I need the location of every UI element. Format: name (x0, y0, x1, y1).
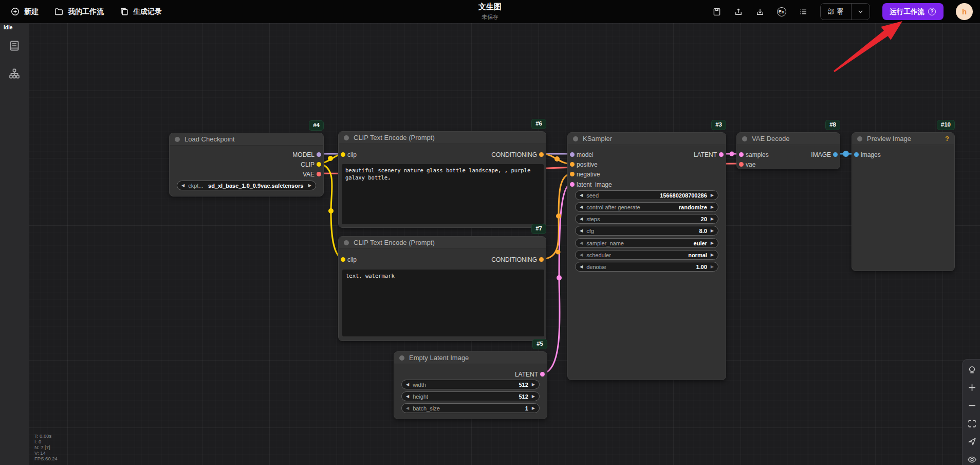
save-icon[interactable] (712, 7, 722, 16)
menu-my-workflows[interactable]: 我的工作流 (54, 7, 104, 16)
lightbulb-icon[interactable] (967, 365, 977, 374)
workflow-tree-icon[interactable] (8, 67, 21, 80)
port-label-images: images (861, 151, 881, 158)
port-latent-dot[interactable] (540, 372, 545, 377)
input-row-latent-image: latent_image (568, 180, 726, 189)
stepper-right-icon[interactable]: ▶ (711, 265, 714, 269)
control-after-generate-widget[interactable]: ◀ control after generate randomize ▶ (575, 202, 718, 212)
collapse-dot-icon[interactable] (344, 135, 349, 140)
collapse-dot-icon[interactable] (573, 136, 578, 141)
port-vae-dot[interactable] (317, 172, 321, 176)
port-model-dot[interactable] (317, 152, 321, 157)
port-negative-dot[interactable] (570, 172, 575, 176)
stepper-right-icon[interactable]: ▶ (711, 229, 714, 233)
stepper-right-icon[interactable]: ▶ (532, 395, 535, 399)
widget-label: width (413, 382, 426, 388)
port-positive-dot[interactable] (570, 162, 575, 167)
collapse-dot-icon[interactable] (344, 240, 349, 245)
node-title-bar[interactable]: CLIP Text Encode (Prompt) (339, 237, 546, 249)
import-icon[interactable] (755, 7, 765, 16)
node-title-bar[interactable]: VAE Decode (737, 133, 840, 145)
stepper-right-icon[interactable]: ▶ (308, 184, 311, 188)
stepper-right-icon[interactable]: ▶ (711, 217, 714, 221)
port-conditioning-dot[interactable] (539, 152, 544, 157)
fit-view-icon[interactable] (967, 419, 977, 428)
stepper-left-icon[interactable]: ◀ (406, 383, 409, 387)
stepper-left-icon[interactable]: ◀ (580, 241, 583, 245)
node-title: Load Checkpoint (184, 135, 235, 143)
node-title-bar[interactable]: Preview Image ? (852, 133, 954, 145)
node-help-icon[interactable]: ? (945, 135, 949, 142)
denoise-widget[interactable]: ◀ denoise 1.00 ▶ (575, 262, 718, 272)
export-icon[interactable] (734, 7, 743, 16)
stepper-left-icon[interactable]: ◀ (580, 205, 583, 209)
seed-widget[interactable]: ◀ seed 156680208700286 ▶ (575, 190, 718, 200)
collapse-dot-icon[interactable] (857, 136, 862, 141)
collapse-dot-icon[interactable] (175, 137, 180, 142)
node-title-bar[interactable]: Empty Latent Image (394, 352, 547, 364)
stepper-left-icon[interactable]: ◀ (406, 406, 409, 410)
node-load-checkpoint[interactable]: #4 Load Checkpoint MODEL CLIP VAE ◀ ckpt… (169, 133, 324, 196)
node-title-bar[interactable]: KSampler (568, 133, 726, 145)
height-widget[interactable]: ◀ height 512 ▶ (401, 391, 540, 401)
batch-size-widget[interactable]: ◀ batch_size 1 ▶ (401, 403, 540, 413)
deploy-dropdown-button[interactable] (852, 4, 870, 20)
stepper-right-icon[interactable]: ▶ (711, 205, 714, 209)
collapse-dot-icon[interactable] (399, 355, 404, 361)
zoom-in-icon[interactable] (967, 383, 977, 392)
user-avatar[interactable]: h (956, 3, 973, 20)
select-cursor-icon[interactable] (967, 437, 977, 446)
node-id-badge: #4 (309, 120, 324, 131)
language-toggle-icon[interactable]: En (777, 7, 786, 16)
menu-new-workflow[interactable]: 新建 (10, 7, 39, 16)
stepper-left-icon[interactable]: ◀ (580, 253, 583, 257)
stepper-left-icon[interactable]: ◀ (580, 265, 583, 269)
node-vae-decode[interactable]: #8 VAE Decode samples vae IMAGE (736, 132, 840, 169)
stepper-right-icon[interactable]: ▶ (532, 406, 535, 410)
eye-icon[interactable] (967, 455, 977, 464)
port-latent-dot[interactable] (719, 152, 724, 157)
port-image-dot[interactable] (833, 152, 838, 157)
queue-list-icon[interactable] (799, 7, 808, 16)
prompt-textarea[interactable]: beautiful scenery nature glass bottle la… (342, 164, 544, 224)
stepper-right-icon[interactable]: ▶ (711, 193, 714, 198)
port-clip-dot[interactable] (317, 162, 321, 167)
node-clip-text-encode-positive[interactable]: #6 CLIP Text Encode (Prompt) clip CONDIT… (338, 131, 546, 228)
widget-value: 512 (430, 382, 528, 388)
stepper-right-icon[interactable]: ▶ (711, 253, 714, 257)
deploy-button[interactable]: 部署 (821, 4, 854, 20)
port-latent-image-dot[interactable] (570, 182, 575, 187)
stepper-right-icon[interactable]: ▶ (532, 383, 535, 387)
widget-label: sampler_name (586, 240, 624, 246)
stepper-left-icon[interactable]: ◀ (406, 395, 409, 399)
stepper-right-icon[interactable]: ▶ (711, 241, 714, 245)
scheduler-widget[interactable]: ◀ scheduler normal ▶ (575, 250, 718, 260)
stepper-left-icon[interactable]: ◀ (181, 184, 184, 188)
node-title-bar[interactable]: CLIP Text Encode (Prompt) (339, 132, 546, 144)
folder-icon (54, 7, 64, 16)
node-preview-image[interactable]: #10 Preview Image ? images (852, 132, 955, 271)
node-library-icon[interactable] (8, 40, 21, 52)
menu-generation-history[interactable]: 生成记录 (119, 7, 162, 16)
node-empty-latent-image[interactable]: #5 Empty Latent Image LATENT ◀ width 512… (394, 351, 547, 419)
sampler-name-widget[interactable]: ◀ sampler_name euler ▶ (575, 238, 718, 248)
prompt-textarea[interactable]: text, watermark (342, 270, 544, 336)
stepper-left-icon[interactable]: ◀ (580, 193, 583, 198)
port-images-dot[interactable] (854, 152, 859, 157)
zoom-out-icon[interactable] (967, 401, 977, 410)
steps-widget[interactable]: ◀ steps 20 ▶ (575, 214, 718, 224)
ckpt-name-widget[interactable]: ◀ ckpt... sd_xl_base_1.0_0.9vae.safetens… (177, 181, 316, 190)
stepper-left-icon[interactable]: ◀ (580, 229, 583, 233)
output-row-model: MODEL (170, 150, 323, 159)
width-widget[interactable]: ◀ width 512 ▶ (401, 380, 540, 389)
run-workflow-button[interactable]: 运行工作流 ? (882, 3, 944, 20)
node-ksampler[interactable]: #3 KSampler model positive negative late… (567, 132, 726, 380)
collapse-dot-icon[interactable] (742, 136, 747, 141)
stepper-left-icon[interactable]: ◀ (580, 217, 583, 221)
port-conditioning-dot[interactable] (539, 257, 544, 262)
node-clip-text-encode-negative[interactable]: #7 CLIP Text Encode (Prompt) clip CONDIT… (338, 236, 546, 341)
node-title-bar[interactable]: Load Checkpoint (170, 133, 323, 146)
cfg-widget[interactable]: ◀ cfg 8.0 ▶ (575, 226, 718, 236)
port-vae-dot[interactable] (739, 162, 744, 167)
help-circle-icon[interactable]: ? (928, 8, 936, 15)
